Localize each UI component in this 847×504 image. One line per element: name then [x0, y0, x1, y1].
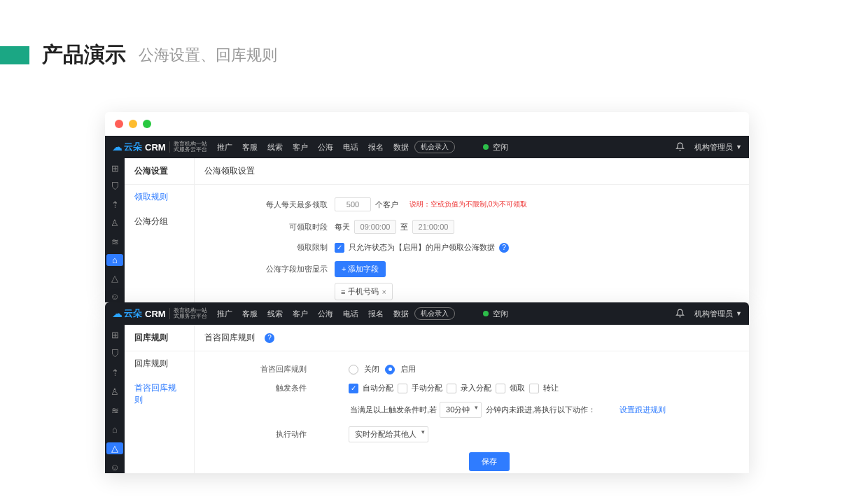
nav-item[interactable]: 电话 [343, 142, 358, 153]
nav-item[interactable]: 数据 [393, 142, 409, 153]
nav-item[interactable]: 数据 [393, 309, 409, 319]
window-controls [105, 112, 749, 136]
minimize-dot[interactable] [129, 120, 137, 128]
cb-claim[interactable]: ✓ [496, 384, 505, 393]
topbar: ☁ 云朵 CRM 教育机构一站式服务云平台 推广 客服 线索 客户 公海 电话 … [105, 136, 749, 158]
nav-item[interactable]: 客户 [293, 142, 308, 153]
rail-person-icon[interactable]: ☺ [106, 461, 123, 473]
bell-icon[interactable] [676, 309, 685, 319]
nav-item[interactable]: 公海 [318, 142, 333, 153]
row-claim-time: 可领取时段 每天 09:00:00 至 21:00:00 [195, 216, 749, 238]
top-nav-items: 推广 客服 线索 客户 公海 电话 报名 数据 [217, 142, 409, 153]
cond-after: 分钟内未跟进,将执行以下动作： [486, 405, 596, 415]
nav-item[interactable]: 推广 [217, 142, 232, 153]
nav-item[interactable]: 客户 [293, 309, 308, 319]
subnav-item-return-rules[interactable]: 回库规则 [125, 351, 194, 376]
close-dot[interactable] [115, 120, 123, 128]
cb-manual-assign[interactable]: ✓ [398, 384, 407, 393]
input-end-time[interactable]: 21:00:00 [412, 220, 454, 234]
opportunity-entry-button[interactable]: 机会录入 [414, 141, 455, 153]
rail-home-icon[interactable]: ⌂ [106, 424, 123, 435]
nav-item[interactable]: 线索 [267, 142, 283, 153]
link-set-follow-rules[interactable]: 设置跟进规则 [620, 405, 666, 415]
slide-subtitle: 公海设置、回库规则 [139, 45, 277, 66]
status-text: 空闲 [493, 142, 508, 153]
encrypted-field-tag: ≡ 手机号码 × [335, 283, 393, 300]
input-start-time[interactable]: 09:00:00 [354, 220, 396, 234]
opt-text: 转让 [543, 383, 559, 393]
subnav-item-pool-group[interactable]: 公海分组 [125, 209, 194, 234]
logo-subtext: 教育机构一站式服务云平台 [169, 141, 207, 153]
label-action: 执行动作 [230, 429, 314, 440]
rail-person-icon[interactable]: ☺ [106, 291, 123, 302]
app-window-pool-settings: ☁ 云朵 CRM 教育机构一站式服务云平台 推广 客服 线索 客户 公海 电话 … [105, 112, 749, 302]
accent-block [0, 46, 29, 64]
rail-shield-icon[interactable]: ⛉ [106, 181, 123, 192]
nav-item[interactable]: 电话 [343, 309, 358, 319]
row-condition-text: 当满足以上触发条件时,若 30分钟 分钟内未跟进,将执行以下动作： 设置跟进规则 [230, 398, 749, 422]
siderail: ⊞ ⛉ ⇡ ♙ ≋ ⌂ △ ☺ [105, 325, 125, 473]
rail-user-icon[interactable]: ♙ [106, 386, 123, 398]
drag-icon[interactable]: ≡ [341, 288, 345, 296]
row-rule-toggle: 首咨回库规则 关闭 启用 [230, 360, 749, 379]
nav-item[interactable]: 推广 [217, 309, 232, 319]
help-icon[interactable]: ? [499, 243, 509, 253]
rail-user-icon[interactable]: ♙ [106, 218, 123, 229]
radio-on[interactable] [385, 365, 395, 374]
user-menu[interactable]: 机构管理员 ▼ [694, 309, 742, 319]
row-trigger: 触发条件 ✓ 自动分配 ✓ 手动分配 ✓ 录入分配 ✓ 领取 ✓ 转让 [230, 379, 749, 398]
user-label: 机构管理员 [694, 309, 733, 319]
chevron-down-icon: ▼ [736, 144, 742, 150]
cb-entry-assign[interactable]: ✓ [447, 384, 456, 393]
rail-grid-icon[interactable]: ⊞ [106, 162, 123, 174]
tag-text: 手机号码 [348, 286, 379, 297]
checkbox-enabled-only[interactable]: ✓ [335, 243, 344, 253]
radio-off[interactable] [349, 365, 358, 374]
rail-shield-icon[interactable]: ⛉ [106, 348, 123, 360]
rail-book-icon[interactable]: ≋ [106, 236, 123, 247]
user-menu[interactable]: 机构管理员 ▼ [694, 142, 742, 153]
subnav-item-claim-rules[interactable]: 领取规则 [125, 185, 194, 209]
cb-auto-assign[interactable]: ✓ [349, 384, 358, 393]
add-field-button[interactable]: + 添加字段 [335, 261, 386, 277]
nav-item[interactable]: 公海 [318, 309, 333, 319]
select-minutes[interactable]: 30分钟 [440, 402, 482, 418]
label-max-claim: 每人每天最多领取 [195, 200, 335, 210]
bell-icon[interactable] [676, 142, 685, 153]
nav-item[interactable]: 客服 [242, 309, 258, 319]
subnav-title: 公海设置 [125, 158, 194, 185]
row-action: 执行动作 实时分配给其他人 [230, 422, 749, 447]
on-text: 启用 [400, 364, 416, 374]
logo-brand: 云朵 [124, 141, 142, 153]
label-claim-limit: 领取限制 [195, 242, 335, 253]
main-panel: 公海领取设置 每人每天最多领取 500 个客户 说明：空或负值为不限制,0为不可… [195, 158, 749, 302]
nav-item[interactable]: 线索 [267, 309, 283, 319]
rail-chart-icon[interactable]: ⇡ [106, 367, 123, 379]
input-max-claim[interactable]: 500 [335, 197, 371, 211]
nav-item[interactable]: 报名 [368, 142, 384, 153]
rail-recycle-icon[interactable]: △ [106, 442, 123, 454]
remove-tag-icon[interactable]: × [382, 288, 386, 296]
opt-text: 领取 [510, 383, 525, 393]
cb-transfer[interactable]: ✓ [529, 384, 539, 393]
save-button[interactable]: 保存 [469, 452, 510, 471]
limit-text: 只允许状态为【启用】的用户领取公海数据 [349, 242, 495, 253]
select-action[interactable]: 实时分配给其他人 [349, 426, 428, 442]
logo-brand: 云朵 [124, 307, 142, 320]
subnav-title: 回库规则 [125, 325, 194, 351]
subnav-item-first-return[interactable]: 首咨回库规则 [125, 376, 194, 412]
rail-chart-icon[interactable]: ⇡ [106, 200, 123, 211]
maximize-dot[interactable] [143, 120, 151, 128]
rail-book-icon[interactable]: ≋ [106, 405, 123, 416]
rail-recycle-icon[interactable]: △ [106, 273, 123, 284]
row-claim-limit: 领取限制 ✓ 只允许状态为【启用】的用户领取公海数据 ? [195, 238, 749, 257]
nav-item[interactable]: 报名 [368, 309, 384, 319]
status-dot-icon [483, 144, 489, 150]
top-nav-items: 推广 客服 线索 客户 公海 电话 报名 数据 [217, 309, 409, 319]
rail-grid-icon[interactable]: ⊞ [106, 329, 123, 341]
siderail: ⊞ ⛉ ⇡ ♙ ≋ ⌂ △ ☺ [105, 158, 125, 302]
help-icon[interactable]: ? [265, 333, 274, 343]
nav-item[interactable]: 客服 [242, 142, 258, 153]
opportunity-entry-button[interactable]: 机会录入 [414, 307, 455, 320]
rail-home-icon[interactable]: ⌂ [106, 254, 123, 265]
